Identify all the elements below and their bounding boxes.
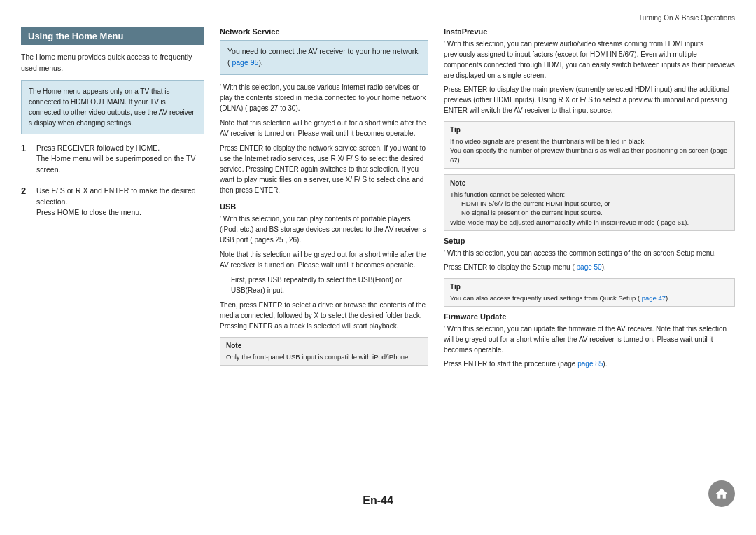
note2-p1: This function cannot be selected when: xyxy=(450,190,729,199)
step-1-number: 1 xyxy=(21,143,31,153)
setup-p2: Press ENTER to display the Setup menu ( … xyxy=(444,262,735,272)
instaprevue-p1: ' With this selection, you can preview a… xyxy=(444,39,735,81)
usb-p1: ' With this selection, you can play cont… xyxy=(220,214,428,245)
middle-column: Network Service You need to connect the … xyxy=(217,27,441,489)
tip1-label: Tip xyxy=(450,125,729,135)
left-column: Using the Home Menu The Home menu provid… xyxy=(21,27,217,489)
usb-p2: Note that this selection will be grayed … xyxy=(220,249,428,270)
note2-p3: No signal is present on the current inpu… xyxy=(461,208,729,217)
step-2: 2 Use F/ S or R X and ENTER to make the … xyxy=(21,186,204,218)
note2-label: Note xyxy=(450,179,729,188)
step-2-number: 2 xyxy=(21,186,31,196)
network-p2: Note that this selection will be grayed … xyxy=(220,118,428,139)
note2-box: Note This function cannot be selected wh… xyxy=(444,174,735,231)
header-right: Turning On & Basic Operations xyxy=(21,14,735,22)
note2-p2: HDMI IN 5/6/7 is the current HDMI input … xyxy=(461,199,729,208)
instaprevue-label: InstaPrevue xyxy=(444,27,735,36)
section-title: Using the Home Menu xyxy=(21,27,204,45)
network-p3: Press ENTER to display the network servi… xyxy=(220,143,428,195)
tip2-label: Tip xyxy=(450,282,729,292)
usb-note-box: Note Only the front-panel USB input is c… xyxy=(220,337,428,366)
main-content: Using the Home Menu The Home menu provid… xyxy=(21,27,735,489)
note-text: Only the front-panel USB input is compat… xyxy=(226,352,422,361)
step-1-content: Press RECEIVER followed by HOME. The Hom… xyxy=(36,143,204,176)
page-container: Turning On & Basic Operations Using the … xyxy=(0,0,756,535)
usb-label: USB xyxy=(220,202,428,211)
firmware-link[interactable]: page 85 xyxy=(578,360,603,368)
instaprevue-p2: Press ENTER to display the main preview … xyxy=(444,84,735,116)
setup-section: Setup ' With this selection, you can acc… xyxy=(444,237,735,272)
tip2-link[interactable]: page 47 xyxy=(640,294,666,302)
firmware-section: Firmware Update ' With this selection, y… xyxy=(444,312,735,369)
firmware-p2: Press ENTER to start the procedure (page… xyxy=(444,359,735,369)
instaprevue-section: InstaPrevue ' With this selection, you c… xyxy=(444,27,735,116)
network-highlight-box: You need to connect the AV receiver to y… xyxy=(220,40,428,75)
tip2-box: Tip You can also access frequently used … xyxy=(444,278,735,307)
tip2-text: You can also access frequently used sett… xyxy=(450,293,729,303)
setup-label: Setup xyxy=(444,237,735,245)
setup-link[interactable]: page 50 xyxy=(575,263,602,271)
page-number: En-44 xyxy=(363,494,393,507)
network-link[interactable]: page 95 xyxy=(230,58,259,67)
header-title: Turning On & Basic Operations xyxy=(638,14,735,22)
right-column: InstaPrevue ' With this selection, you c… xyxy=(441,27,735,489)
usb-p3: First, press USB repeatedly to select th… xyxy=(231,275,428,296)
setup-p1: ' With this selection, you can access th… xyxy=(444,248,735,258)
firmware-label: Firmware Update xyxy=(444,312,735,321)
step-1: 1 Press RECEIVER followed by HOME. The H… xyxy=(21,143,204,176)
tip1-p2: You can specify the number of preview th… xyxy=(450,146,729,165)
note-label: Note xyxy=(226,341,422,351)
tip1-p1: If no video signals are present the thum… xyxy=(450,137,729,146)
page-footer: En-44 xyxy=(21,489,735,507)
tip1-box: Tip If no video signals are present the … xyxy=(444,121,735,169)
note2-p4: Wide Mode may be adjusted automatically … xyxy=(450,218,729,227)
step-2-content: Use F/ S or R X and ENTER to make the de… xyxy=(36,186,204,218)
network-p1: ' With this selection, you cause various… xyxy=(220,82,428,113)
usb-p4: Then, press ENTER to select a drive or b… xyxy=(220,300,428,331)
network-label: Network Service xyxy=(220,27,428,36)
info-box: The Home menu appears only on a TV that … xyxy=(21,80,204,134)
left-intro: The Home menu provides quick access to f… xyxy=(21,52,204,74)
home-icon[interactable] xyxy=(708,480,735,507)
firmware-p1: ' With this selection, you can update th… xyxy=(444,324,735,355)
